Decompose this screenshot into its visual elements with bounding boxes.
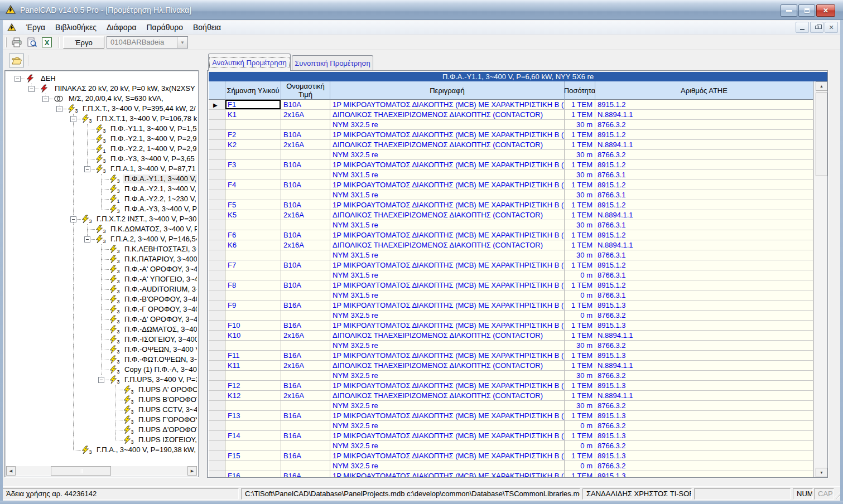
cell-material-code[interactable]: K1 xyxy=(225,110,281,120)
cell-quantity[interactable]: 1 ΤΕΜ xyxy=(565,110,595,120)
row-marker-cell[interactable] xyxy=(209,140,225,150)
row-marker-cell[interactable] xyxy=(209,110,225,120)
cell-quantity[interactable]: 0 m xyxy=(565,311,595,321)
tree-item[interactable]: 3Π.Κ.ΠΑΤΑΡΙΟΥ, 3~400 V xyxy=(6,254,197,264)
cell-description[interactable]: NYM 3X1.5 re xyxy=(330,290,565,301)
tree-expander-minus[interactable] xyxy=(28,86,35,92)
cell-quantity[interactable]: 0 m xyxy=(565,421,595,431)
cell-athe-number[interactable]: 8915.1.3 xyxy=(595,351,813,361)
cell-quantity[interactable]: 1 ΤΕΜ xyxy=(565,260,595,270)
cell-description[interactable]: NYM 3X2.5 re xyxy=(330,150,565,160)
tree-item[interactable]: 3Copy (1) Π.Φ.-Α, 3~400 xyxy=(6,365,197,375)
table-row[interactable]: NYM 3X2.5 re0 m8766.3.2 xyxy=(209,461,813,471)
cell-quantity[interactable]: 30 m xyxy=(565,120,595,130)
cell-athe-number[interactable]: 8766.3.2 xyxy=(595,371,813,381)
table-row[interactable]: K122x16AΔΙΠΟΛΙΚΟΣ ΤΗΛΕΧΕΙΡΙΖΟΜΕΝΟΣ ΔΙΑΚΟ… xyxy=(209,391,813,401)
cell-athe-number[interactable]: 8915.1.2 xyxy=(595,180,813,190)
table-row[interactable]: K112x16AΔΙΠΟΛΙΚΟΣ ΤΗΛΕΧΕΙΡΙΖΟΜΕΝΟΣ ΔΙΑΚΟ… xyxy=(209,361,813,371)
table-row[interactable]: F8B10A1P ΜΙΚΡΟΑΥΤΟΜΑΤΟΣ ΔΙΑΚΟΠΤΗΣ (MCB) … xyxy=(209,280,813,290)
cell-material-code[interactable]: K11 xyxy=(225,361,281,371)
row-marker-cell[interactable] xyxy=(209,391,225,401)
row-marker-cell[interactable] xyxy=(209,461,225,471)
row-marker-cell[interactable] xyxy=(209,411,225,421)
mdi-close-button[interactable]: ✕ xyxy=(825,22,838,33)
cell-quantity[interactable]: 1 ΤΕΜ xyxy=(565,351,595,361)
table-row[interactable]: F6B10A1P ΜΙΚΡΟΑΥΤΟΜΑΤΟΣ ΔΙΑΚΟΠΤΗΣ (MCB) … xyxy=(209,230,813,240)
cell-athe-number[interactable]: N.8894.1.1 xyxy=(595,210,813,220)
cell-quantity[interactable]: 1 ΤΕΜ xyxy=(565,331,595,341)
tree-item[interactable]: 3Π.UPS Β'ΟΡΟΦΟΥ, xyxy=(6,395,197,405)
row-marker-cell[interactable] xyxy=(209,220,225,230)
cell-material-code[interactable] xyxy=(225,150,281,160)
row-marker-cell[interactable] xyxy=(209,280,225,290)
cell-athe-number[interactable]: 8915.1.3 xyxy=(595,431,813,441)
cell-description[interactable]: 1P ΜΙΚΡΟΑΥΤΟΜΑΤΟΣ ΔΙΑΚΟΠΤΗΣ (MCB) ΜΕ ΧΑΡ… xyxy=(330,280,565,290)
table-row[interactable]: F7B10A1P ΜΙΚΡΟΑΥΤΟΜΑΤΟΣ ΔΙΑΚΟΠΤΗΣ (MCB) … xyxy=(209,260,813,270)
cell-quantity[interactable]: 0 m xyxy=(565,290,595,301)
cell-nominal-value[interactable] xyxy=(281,220,330,230)
table-row[interactable]: F16B16A1P ΜΙΚΡΟΑΥΤΟΜΑΤΟΣ ΔΙΑΚΟΠΤΗΣ (MCB)… xyxy=(209,471,813,477)
cell-description[interactable]: NYM 3X2.5 re xyxy=(330,120,565,130)
cell-description[interactable]: 1P ΜΙΚΡΟΑΥΤΟΜΑΤΟΣ ΔΙΑΚΟΠΤΗΣ (MCB) ΜΕ ΧΑΡ… xyxy=(330,160,565,170)
cell-athe-number[interactable]: 8766.3.2 xyxy=(595,441,813,451)
row-marker-cell[interactable] xyxy=(209,290,225,301)
cell-description[interactable]: NYM 3X1.5 re xyxy=(330,190,565,200)
cell-description[interactable]: ΔΙΠΟΛΙΚΟΣ ΤΗΛΕΧΕΙΡΙΖΟΜΕΝΟΣ ΔΙΑΚΟΠΤΗΣ (CO… xyxy=(330,110,565,120)
row-marker-cell[interactable] xyxy=(209,301,225,311)
cell-material-code[interactable]: F8 xyxy=(225,280,281,290)
cell-nominal-value[interactable] xyxy=(281,150,330,160)
cell-athe-number[interactable]: 8766.3.1 xyxy=(595,290,813,301)
cell-description[interactable]: ΔΙΠΟΛΙΚΟΣ ΤΗΛΕΧΕΙΡΙΖΟΜΕΝΟΣ ΔΙΑΚΟΠΤΗΣ (CO… xyxy=(330,140,565,150)
cell-description[interactable]: ΔΙΠΟΛΙΚΟΣ ΤΗΛΕΧΕΙΡΙΖΟΜΕΝΟΣ ΔΙΑΚΟΠΤΗΣ (CO… xyxy=(330,361,565,371)
cell-nominal-value[interactable]: 2x16A xyxy=(281,240,330,250)
cell-material-code[interactable]: F10 xyxy=(225,321,281,331)
cell-nominal-value[interactable]: B10A xyxy=(281,260,330,270)
cell-athe-number[interactable]: N.8894.1.1 xyxy=(595,391,813,401)
cell-quantity[interactable]: 1 ΤΕΜ xyxy=(565,431,595,441)
cell-quantity[interactable]: 1 ΤΕΜ xyxy=(565,321,595,331)
header-description[interactable]: Περιγραφή xyxy=(330,81,565,100)
cell-quantity[interactable]: 1 ΤΕΜ xyxy=(565,180,595,190)
cell-material-code[interactable]: K2 xyxy=(225,140,281,150)
tree-expander-minus[interactable] xyxy=(84,166,90,172)
cell-athe-number[interactable]: 8915.1.2 xyxy=(595,130,813,140)
cell-nominal-value[interactable]: B10A xyxy=(281,280,330,290)
table-row[interactable]: F13B16A1P ΜΙΚΡΟΑΥΤΟΜΑΤΟΣ ΔΙΑΚΟΠΤΗΣ (MCB)… xyxy=(209,411,813,421)
table-row[interactable]: F11B16A1P ΜΙΚΡΟΑΥΤΟΜΑΤΟΣ ΔΙΑΚΟΠΤΗΣ (MCB)… xyxy=(209,351,813,361)
cell-description[interactable]: NYM 3X2.5 re xyxy=(330,341,565,351)
row-marker-cell[interactable] xyxy=(209,210,225,220)
cell-material-code[interactable] xyxy=(225,170,281,180)
table-row[interactable]: F3B10A1P ΜΙΚΡΟΑΥΤΟΜΑΤΟΣ ΔΙΑΚΟΠΤΗΣ (MCB) … xyxy=(209,160,813,170)
cell-athe-number[interactable]: 8915.1.3 xyxy=(595,411,813,421)
cell-material-code[interactable] xyxy=(225,371,281,381)
tree-item[interactable]: 3Π.Φ.-ΦΩΤ.ΟΨΕΩΝ, 3~4 xyxy=(6,355,197,365)
tree-item[interactable]: 3Γ.Π.Χ.Τ., 3~400 V, P=395,44 kW, 2/ xyxy=(6,104,197,114)
table-row[interactable]: NYM 3X2.5 re30 m8766.3.2 xyxy=(209,120,813,130)
menu-item-4[interactable]: Βοήθεια xyxy=(188,21,226,33)
row-marker-cell[interactable] xyxy=(209,351,225,361)
cell-quantity[interactable]: 30 m xyxy=(565,220,595,230)
cell-nominal-value[interactable]: B10A xyxy=(281,180,330,190)
tree-item[interactable]: 3Γ.Π.UPS, 3~400 V, P=3 xyxy=(6,375,197,385)
cell-athe-number[interactable]: 8915.1.3 xyxy=(595,321,813,331)
cell-material-code[interactable] xyxy=(225,441,281,451)
cell-quantity[interactable]: 1 ΤΕΜ xyxy=(565,130,595,140)
cell-quantity[interactable]: 30 m xyxy=(565,170,595,180)
cell-athe-number[interactable]: N.8894.1.1 xyxy=(595,140,813,150)
cell-nominal-value[interactable]: 2x16A xyxy=(281,140,330,150)
cell-nominal-value[interactable]: B10A xyxy=(281,230,330,240)
cell-nominal-value[interactable] xyxy=(281,341,330,351)
cell-material-code[interactable] xyxy=(225,120,281,130)
cell-description[interactable]: NYM 3X2.5 re xyxy=(330,461,565,471)
tree-item[interactable]: ΔΕΗ xyxy=(6,74,197,84)
cell-athe-number[interactable]: 8915.1.3 xyxy=(595,381,813,391)
cell-material-code[interactable] xyxy=(225,250,281,260)
cell-quantity[interactable]: 1 ΤΕΜ xyxy=(565,301,595,311)
cell-athe-number[interactable]: 8915.1.2 xyxy=(595,230,813,240)
cell-material-code[interactable]: F11 xyxy=(225,351,281,361)
row-marker-cell[interactable] xyxy=(209,431,225,441)
cell-quantity[interactable]: 0 m xyxy=(565,441,595,451)
cell-athe-number[interactable]: 8766.3.1 xyxy=(595,190,813,200)
row-marker-cell[interactable] xyxy=(209,150,225,160)
cell-nominal-value[interactable] xyxy=(281,290,330,301)
